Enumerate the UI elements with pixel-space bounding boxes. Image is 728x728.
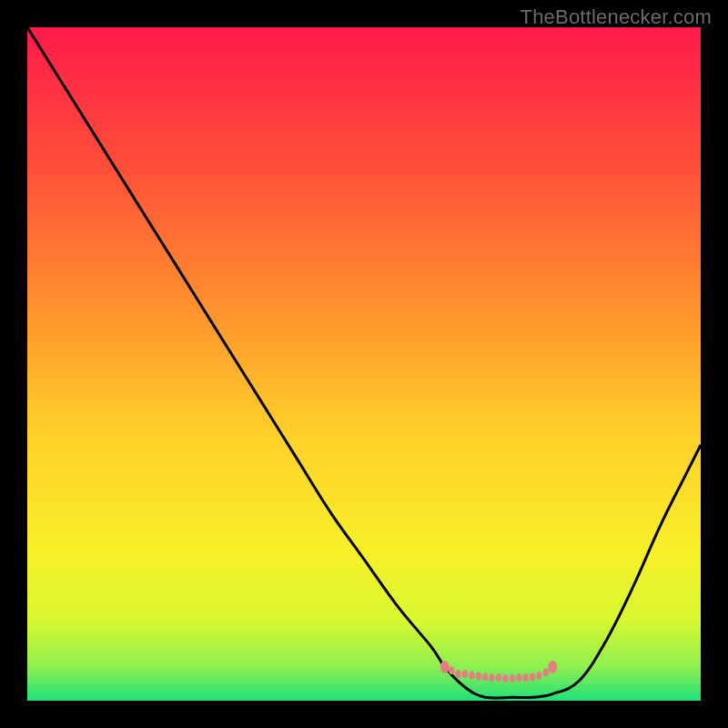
bottleneck-chart (27, 27, 701, 701)
attribution-label: TheBottlenecker.com (521, 5, 712, 29)
marker-dot (449, 666, 454, 674)
marker-dot (510, 674, 515, 682)
marker-dot (455, 670, 460, 678)
marker-dot (496, 673, 501, 682)
marker-dot (476, 672, 481, 681)
marker-dot (530, 673, 535, 682)
marker-dot (516, 673, 521, 682)
marker-dot (469, 671, 474, 679)
marker-dot (543, 668, 549, 676)
marker-dot (440, 661, 450, 673)
marker-dot (502, 674, 508, 682)
chart-background (27, 27, 701, 701)
marker-dot (522, 673, 528, 682)
marker-dot (536, 672, 541, 680)
marker-dot (548, 661, 557, 673)
marker-dot (482, 673, 488, 682)
marker-dot (462, 670, 468, 678)
marker-dot (489, 673, 494, 682)
